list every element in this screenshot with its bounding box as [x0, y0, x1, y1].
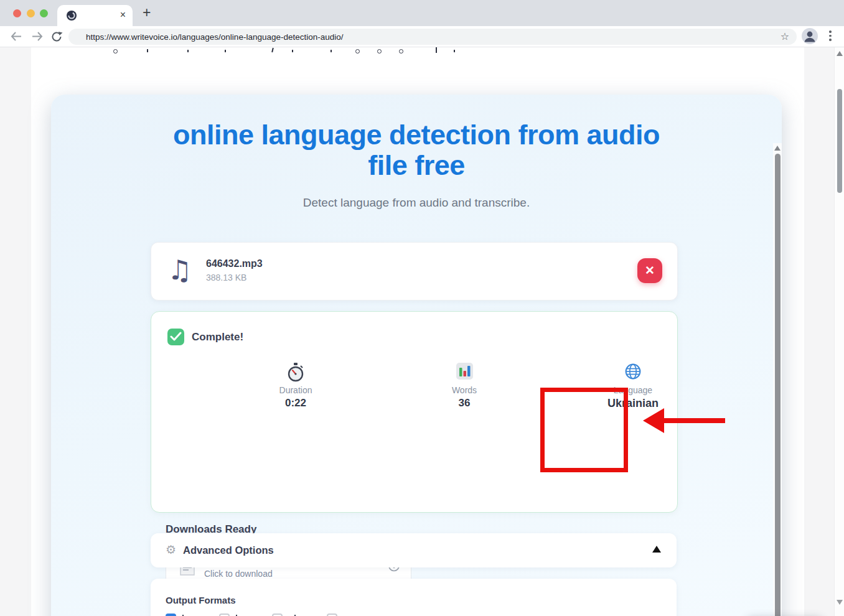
- browser-toolbar: https://www.writevoice.io/languages/onli…: [0, 26, 844, 47]
- remove-file-button[interactable]: ✕: [637, 258, 662, 283]
- back-icon[interactable]: [10, 31, 22, 42]
- status-label: Complete!: [192, 331, 243, 343]
- file-name: 646432.mp3: [206, 258, 263, 269]
- file-size: 388.13 KB: [206, 273, 246, 282]
- page-subtitle: Detect language from audio and transcrib…: [167, 196, 665, 210]
- profile-avatar[interactable]: [802, 28, 818, 44]
- stat-label: Words: [415, 385, 514, 395]
- minimize-window-button[interactable]: [27, 9, 35, 17]
- web-page: online language detection from audio fil…: [0, 47, 844, 616]
- stat-duration: Duration 0:22: [246, 363, 345, 409]
- format-checkbox-checked[interactable]: [166, 614, 176, 616]
- stat-value: 0:22: [246, 397, 345, 409]
- advanced-options-toggle[interactable]: ⚙ Advanced Options: [151, 533, 677, 567]
- format-checkbox[interactable]: [327, 614, 337, 616]
- output-formats-heading: Output Formats: [166, 595, 236, 605]
- url-bar[interactable]: https://www.writevoice.io/languages/onli…: [68, 29, 797, 45]
- site-favicon-icon: [67, 11, 77, 21]
- browser-tab[interactable]: ×: [57, 5, 133, 26]
- tool-card: online language detection from audio fil…: [51, 95, 782, 616]
- download-hint: Click to download: [204, 569, 273, 579]
- content-scrollbar[interactable]: [773, 143, 782, 616]
- format-checkbox[interactable]: [219, 614, 230, 616]
- stat-value: 36: [415, 397, 514, 409]
- uploaded-file-card: ♫ 646432.mp3 388.13 KB ✕: [151, 242, 678, 301]
- gear-icon: ⚙: [166, 543, 176, 556]
- globe-icon: [583, 363, 683, 383]
- complete-checkbox-icon: [167, 329, 184, 345]
- new-tab-button[interactable]: +: [143, 4, 151, 21]
- advanced-options-label: Advanced Options: [183, 544, 274, 556]
- music-note-icon: ♫: [167, 251, 192, 289]
- page-gutter-left: [0, 47, 31, 616]
- tab-strip: × +: [0, 0, 844, 26]
- page-title: online language detection from audio fil…: [167, 119, 665, 180]
- scroll-up-icon[interactable]: [837, 51, 843, 56]
- browser-scrollbar[interactable]: [834, 47, 844, 616]
- format-checkbox[interactable]: [272, 614, 283, 616]
- stopwatch-icon: [246, 363, 345, 383]
- collapse-caret-icon[interactable]: [652, 546, 661, 553]
- stat-label: Duration: [246, 385, 345, 395]
- annotation-highlight-rectangle: [540, 388, 628, 472]
- browser-window: × + https://www.writevoice.io/languages/…: [0, 0, 844, 616]
- browser-scrollbar-thumb[interactable]: [837, 89, 842, 193]
- close-window-button[interactable]: [13, 9, 21, 17]
- stat-words: Words 36: [415, 363, 514, 409]
- forward-icon[interactable]: [31, 31, 44, 42]
- reload-icon[interactable]: [51, 31, 63, 42]
- content-scrollbar-thumb[interactable]: [775, 154, 781, 616]
- scroll-down-icon[interactable]: [837, 600, 843, 605]
- maximize-window-button[interactable]: [40, 9, 48, 17]
- page-gutter-right: [804, 47, 834, 616]
- bookmark-star-icon[interactable]: ☆: [781, 30, 789, 42]
- browser-menu-icon[interactable]: [829, 30, 832, 41]
- bar-chart-icon: [415, 363, 514, 383]
- annotation-arrow: [638, 405, 726, 436]
- url-text[interactable]: https://www.writevoice.io/languages/onli…: [86, 32, 344, 42]
- scroll-up-icon[interactable]: [774, 146, 781, 151]
- tab-close-icon[interactable]: ×: [120, 9, 126, 21]
- output-formats-card: Output Formats: [151, 579, 677, 616]
